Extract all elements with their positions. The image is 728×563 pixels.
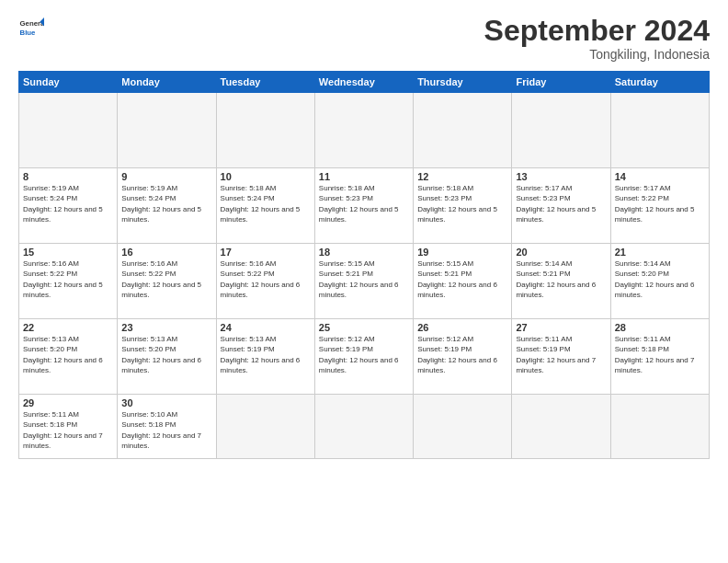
- cell-info: Sunrise: 5:17 AMSunset: 5:23 PMDaylight:…: [516, 183, 606, 224]
- svg-text:Blue: Blue: [20, 29, 37, 37]
- title-block: September 2024 Tongkiling, Indonesia: [484, 15, 710, 62]
- table-row: 16 Sunrise: 5:16 AMSunset: 5:22 PMDaylig…: [118, 244, 216, 319]
- day-number: 20: [516, 247, 606, 258]
- day-number: 19: [417, 247, 507, 258]
- cell-info: Sunrise: 5:13 AMSunset: 5:19 PMDaylight:…: [221, 334, 311, 375]
- table-row: 15 Sunrise: 5:16 AMSunset: 5:22 PMDaylig…: [19, 244, 118, 319]
- header: General Blue September 2024 Tongkiling, …: [18, 15, 710, 62]
- cell-info: Sunrise: 5:18 AMSunset: 5:23 PMDaylight:…: [417, 183, 507, 224]
- table-row: [216, 395, 314, 459]
- day-number: 25: [319, 322, 409, 333]
- table-row: [314, 93, 413, 168]
- col-friday: Friday: [512, 72, 610, 93]
- table-row: [314, 395, 413, 459]
- day-number: 26: [417, 322, 507, 333]
- table-row: 27 Sunrise: 5:11 AMSunset: 5:19 PMDaylig…: [512, 319, 610, 395]
- cell-info: Sunrise: 5:18 AMSunset: 5:23 PMDaylight:…: [319, 183, 409, 224]
- table-row: 26 Sunrise: 5:12 AMSunset: 5:19 PMDaylig…: [414, 319, 512, 395]
- day-number: 15: [23, 247, 113, 258]
- table-row: 19 Sunrise: 5:15 AMSunset: 5:21 PMDaylig…: [414, 244, 512, 319]
- table-row: [414, 395, 512, 459]
- cell-info: Sunrise: 5:19 AMSunset: 5:24 PMDaylight:…: [121, 183, 211, 224]
- cell-info: Sunrise: 5:16 AMSunset: 5:22 PMDaylight:…: [221, 259, 311, 300]
- col-thursday: Thursday: [414, 72, 512, 93]
- table-row: [512, 93, 610, 168]
- table-row: 9 Sunrise: 5:19 AMSunset: 5:24 PMDayligh…: [118, 168, 216, 244]
- col-saturday: Saturday: [610, 72, 709, 93]
- table-row: 11 Sunrise: 5:18 AMSunset: 5:23 PMDaylig…: [314, 168, 413, 244]
- table-row: 30 Sunrise: 5:10 AMSunset: 5:18 PMDaylig…: [118, 395, 216, 459]
- table-row: 24 Sunrise: 5:13 AMSunset: 5:19 PMDaylig…: [216, 319, 314, 395]
- table-row: 29 Sunrise: 5:11 AMSunset: 5:18 PMDaylig…: [19, 395, 118, 459]
- col-tuesday: Tuesday: [216, 72, 314, 93]
- table-row: 20 Sunrise: 5:14 AMSunset: 5:21 PMDaylig…: [512, 244, 610, 319]
- cell-info: Sunrise: 5:10 AMSunset: 5:18 PMDaylight:…: [121, 409, 211, 451]
- page: General Blue September 2024 Tongkiling, …: [0, 0, 728, 563]
- cell-info: Sunrise: 5:19 AMSunset: 5:24 PMDaylight:…: [23, 183, 113, 224]
- table-row: 21 Sunrise: 5:14 AMSunset: 5:20 PMDaylig…: [610, 244, 709, 319]
- cell-info: Sunrise: 5:17 AMSunset: 5:22 PMDaylight:…: [615, 183, 705, 224]
- table-row: 10 Sunrise: 5:18 AMSunset: 5:24 PMDaylig…: [216, 168, 314, 244]
- col-monday: Monday: [118, 72, 216, 93]
- cell-info: Sunrise: 5:15 AMSunset: 5:21 PMDaylight:…: [319, 259, 409, 300]
- day-number: 12: [417, 171, 507, 182]
- day-number: 22: [23, 322, 113, 333]
- logo: General Blue: [18, 15, 44, 40]
- cell-info: Sunrise: 5:14 AMSunset: 5:20 PMDaylight:…: [615, 259, 705, 300]
- cell-info: Sunrise: 5:16 AMSunset: 5:22 PMDaylight:…: [23, 259, 113, 300]
- table-row: 17 Sunrise: 5:16 AMSunset: 5:22 PMDaylig…: [216, 244, 314, 319]
- table-row: [610, 395, 709, 459]
- day-number: 30: [121, 397, 211, 408]
- day-number: 23: [121, 322, 211, 333]
- day-number: 9: [121, 171, 211, 182]
- day-number: 28: [615, 322, 705, 333]
- table-row: [216, 93, 314, 168]
- cell-info: Sunrise: 5:16 AMSunset: 5:22 PMDaylight:…: [121, 259, 211, 300]
- day-number: 8: [23, 171, 113, 182]
- day-number: 16: [121, 247, 211, 258]
- day-number: 14: [615, 171, 705, 182]
- logo-icon: General Blue: [18, 15, 44, 40]
- calendar-header-row: Sunday Monday Tuesday Wednesday Thursday…: [19, 72, 710, 93]
- table-row: 14 Sunrise: 5:17 AMSunset: 5:22 PMDaylig…: [610, 168, 709, 244]
- day-number: 11: [319, 171, 409, 182]
- cell-info: Sunrise: 5:12 AMSunset: 5:19 PMDaylight:…: [417, 334, 507, 375]
- cell-info: Sunrise: 5:12 AMSunset: 5:19 PMDaylight:…: [319, 334, 409, 375]
- cell-info: Sunrise: 5:11 AMSunset: 5:18 PMDaylight:…: [615, 334, 705, 375]
- cell-info: Sunrise: 5:18 AMSunset: 5:24 PMDaylight:…: [221, 183, 311, 224]
- day-number: 10: [221, 171, 311, 182]
- day-number: 24: [221, 322, 311, 333]
- table-row: 28 Sunrise: 5:11 AMSunset: 5:18 PMDaylig…: [610, 319, 709, 395]
- cell-info: Sunrise: 5:13 AMSunset: 5:20 PMDaylight:…: [121, 334, 211, 375]
- cell-info: Sunrise: 5:14 AMSunset: 5:21 PMDaylight:…: [516, 259, 606, 300]
- table-row: 18 Sunrise: 5:15 AMSunset: 5:21 PMDaylig…: [314, 244, 413, 319]
- day-number: 27: [516, 322, 606, 333]
- table-row: 22 Sunrise: 5:13 AMSunset: 5:20 PMDaylig…: [19, 319, 118, 395]
- table-row: 8 Sunrise: 5:19 AMSunset: 5:24 PMDayligh…: [19, 168, 118, 244]
- table-row: 23 Sunrise: 5:13 AMSunset: 5:20 PMDaylig…: [118, 319, 216, 395]
- day-number: 29: [23, 397, 113, 408]
- cell-info: Sunrise: 5:15 AMSunset: 5:21 PMDaylight:…: [417, 259, 507, 300]
- svg-text:General: General: [20, 19, 44, 28]
- table-row: [19, 93, 118, 168]
- location-subtitle: Tongkiling, Indonesia: [484, 47, 710, 62]
- cell-info: Sunrise: 5:13 AMSunset: 5:20 PMDaylight:…: [23, 334, 113, 375]
- table-row: 12 Sunrise: 5:18 AMSunset: 5:23 PMDaylig…: [414, 168, 512, 244]
- table-row: 13 Sunrise: 5:17 AMSunset: 5:23 PMDaylig…: [512, 168, 610, 244]
- table-row: [414, 93, 512, 168]
- table-row: [118, 93, 216, 168]
- day-number: 13: [516, 171, 606, 182]
- day-number: 18: [319, 247, 409, 258]
- col-wednesday: Wednesday: [314, 72, 413, 93]
- col-sunday: Sunday: [19, 72, 118, 93]
- cell-info: Sunrise: 5:11 AMSunset: 5:19 PMDaylight:…: [516, 334, 606, 375]
- cell-info: Sunrise: 5:11 AMSunset: 5:18 PMDaylight:…: [23, 409, 113, 451]
- month-title: September 2024: [484, 15, 710, 47]
- table-row: 25 Sunrise: 5:12 AMSunset: 5:19 PMDaylig…: [314, 319, 413, 395]
- day-number: 21: [615, 247, 705, 258]
- table-row: [610, 93, 709, 168]
- table-row: [512, 395, 610, 459]
- calendar-table: Sunday Monday Tuesday Wednesday Thursday…: [18, 71, 710, 459]
- day-number: 17: [221, 247, 311, 258]
